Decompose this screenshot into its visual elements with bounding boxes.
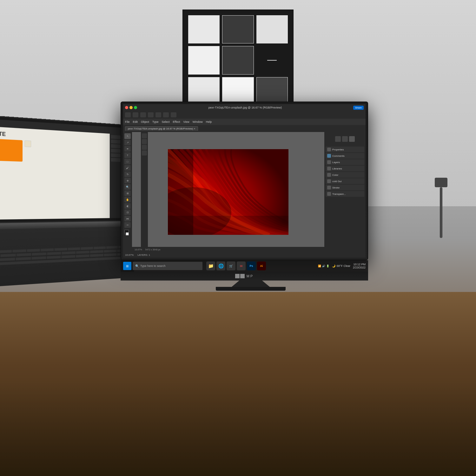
taskbar-store[interactable]: 🛒 xyxy=(227,261,235,270)
tool-mesh[interactable]: ⊡ xyxy=(124,209,131,215)
background-color[interactable] xyxy=(126,232,129,235)
windows-taskbar: ⊞ 🔍 Type here to search 📁 🌐 🛒 ✉ Ps Ai 📶 … xyxy=(121,260,368,272)
menu-type[interactable]: Type xyxy=(152,120,159,123)
close-button[interactable] xyxy=(125,106,128,109)
desk-shadow xyxy=(0,381,476,476)
key[interactable] xyxy=(104,253,117,256)
tool-eyedropper[interactable]: 🔍 xyxy=(124,184,131,190)
search-placeholder: Type here to search xyxy=(140,264,166,268)
key[interactable] xyxy=(62,255,76,258)
panel-transparency[interactable]: Transpare... xyxy=(326,191,364,197)
key[interactable] xyxy=(16,257,31,260)
laptop-app: TE xyxy=(0,118,125,220)
tool-brush[interactable]: 🖌 xyxy=(124,165,131,171)
brand-logo-squares xyxy=(235,274,245,278)
taskbar-illustrator[interactable]: Ai xyxy=(257,261,266,270)
taskbar-photoshop[interactable]: Ps xyxy=(247,261,256,270)
tool-scissors[interactable]: ✂ xyxy=(124,222,131,228)
key[interactable] xyxy=(62,251,76,255)
tool-scale[interactable]: ⊕ xyxy=(124,178,131,183)
view-ctrl-1[interactable] xyxy=(335,136,341,142)
key[interactable] xyxy=(68,247,80,250)
taskbar-mail[interactable]: ✉ xyxy=(237,261,246,270)
view-ctrl-3[interactable] xyxy=(349,136,355,142)
tool-zoom[interactable]: ⊞ xyxy=(124,190,131,196)
key[interactable] xyxy=(90,250,103,253)
key[interactable] xyxy=(32,253,46,256)
tool-select[interactable]: ↖ xyxy=(124,133,131,139)
toolbar-icon-6[interactable] xyxy=(163,112,169,117)
panel-comments[interactable]: Comments xyxy=(326,153,364,159)
key[interactable] xyxy=(76,251,89,254)
toolbar-icon-5[interactable] xyxy=(155,112,161,117)
toolbar-icon-7[interactable] xyxy=(171,112,176,117)
key[interactable] xyxy=(54,248,67,251)
start-button[interactable]: ⊞ xyxy=(123,262,131,270)
toolbar-icon-4[interactable] xyxy=(148,112,154,117)
system-tray-icons: 📶 🔊 🔋 xyxy=(318,265,329,268)
menu-view[interactable]: View xyxy=(183,120,189,123)
key[interactable] xyxy=(0,258,15,261)
toolbar-icon-3[interactable] xyxy=(140,112,146,117)
key[interactable] xyxy=(106,246,118,249)
key[interactable] xyxy=(17,253,31,256)
panel-layers[interactable]: Layers xyxy=(326,159,364,165)
sub-tool-2[interactable] xyxy=(142,139,147,144)
cable-connector xyxy=(435,178,447,187)
share-button[interactable]: Share xyxy=(353,106,364,110)
key[interactable] xyxy=(76,255,89,258)
tool-gradient[interactable]: ◐ xyxy=(124,203,131,209)
tool-hand[interactable]: ✋ xyxy=(124,197,131,202)
tool-blend[interactable]: ⋈ xyxy=(124,216,131,221)
sub-tool-3[interactable] xyxy=(142,145,147,150)
minimize-button[interactable] xyxy=(129,106,133,109)
key[interactable] xyxy=(31,256,46,260)
key[interactable] xyxy=(104,250,116,253)
panel-color-guide[interactable]: cold Gui xyxy=(326,178,364,184)
ps-image-canvas xyxy=(168,149,288,235)
menu-object[interactable]: Object xyxy=(141,120,149,123)
toolbar-icon-2[interactable] xyxy=(133,112,138,117)
menu-select[interactable]: Select xyxy=(162,120,170,123)
menu-edit[interactable]: Edit xyxy=(133,120,138,123)
key[interactable] xyxy=(90,254,103,257)
menu-help[interactable]: Help xyxy=(206,120,212,123)
key[interactable] xyxy=(94,246,106,249)
key[interactable] xyxy=(41,248,54,252)
tool-pen[interactable]: ✒ xyxy=(124,146,131,152)
tool-shape[interactable]: □ xyxy=(124,159,131,164)
ps-tab-main[interactable]: pexr-TXGqUTEA-unsplash.jpg @ 16.67 % (RG… xyxy=(125,126,198,131)
taskbar-edge[interactable]: 🌐 xyxy=(216,261,225,270)
toolbar-icon-1[interactable] xyxy=(125,112,131,117)
menu-file[interactable]: File xyxy=(125,120,130,123)
menu-effect[interactable]: Effect xyxy=(173,120,180,123)
laptop-keyboard xyxy=(0,227,134,289)
ps-status-info: LAYERS: 1 xyxy=(137,254,150,256)
key[interactable] xyxy=(1,254,16,257)
tool-type[interactable]: T xyxy=(124,152,131,158)
sub-tool-4[interactable] xyxy=(142,150,147,155)
key[interactable] xyxy=(81,247,93,250)
key[interactable] xyxy=(0,250,12,253)
view-ctrl-2[interactable] xyxy=(342,136,348,142)
key[interactable] xyxy=(12,249,26,253)
panel-libraries[interactable]: Libraries xyxy=(326,166,364,171)
taskbar-explorer[interactable]: 📁 xyxy=(206,261,215,270)
maximize-button[interactable] xyxy=(134,106,137,109)
weather-widget: 🌙 68°F Clear xyxy=(332,264,350,268)
tool-direct-select[interactable]: ↗ xyxy=(124,140,131,145)
key[interactable] xyxy=(47,256,61,259)
panel-properties[interactable]: Properties xyxy=(326,147,364,152)
clock-time: 10:12 PM xyxy=(353,263,366,266)
ps-tools-panel: ↖ ↗ ✒ T □ 🖌 ↻ ⊕ 🔍 ⊞ ✋ ◐ ⊡ ⋈ ✂ xyxy=(123,132,132,252)
menu-window[interactable]: Window xyxy=(193,120,203,123)
panel-color[interactable]: Color xyxy=(326,172,364,178)
taskbar-search[interactable]: 🔍 Type here to search xyxy=(133,262,202,270)
key[interactable] xyxy=(47,252,61,255)
zoom-level: 16.67% xyxy=(135,248,142,251)
panel-stroke[interactable]: Stroke xyxy=(326,185,364,190)
tool-rotate[interactable]: ↻ xyxy=(124,171,131,177)
taskbar-app-icons: 📁 🌐 🛒 ✉ Ps Ai xyxy=(206,261,266,270)
key[interactable] xyxy=(27,249,40,252)
sub-tool-1[interactable] xyxy=(142,133,147,138)
